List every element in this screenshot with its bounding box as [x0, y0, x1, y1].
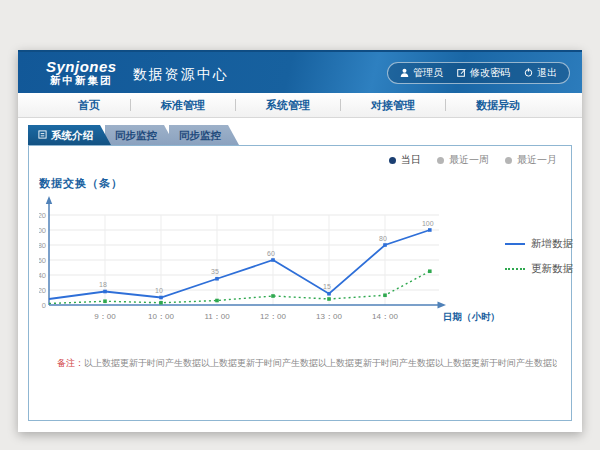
tab-sync-monitor-2[interactable]: 同步监控	[169, 125, 239, 145]
power-icon	[524, 68, 533, 77]
footnote: 备注：以上数据更新于时间产生数据以上数据更新于时间产生数据以上数据更新于时间产生…	[57, 357, 557, 370]
footnote-prefix: 备注：	[57, 358, 84, 368]
svg-text:10：00: 10：00	[148, 312, 174, 321]
logo-wordmark: Synjones	[46, 59, 117, 75]
range-option-label: 当日	[401, 153, 421, 167]
tab-system-intro[interactable]: 系统介绍	[28, 125, 111, 145]
tab-label: 系统介绍	[51, 125, 93, 145]
logo-chinese-name: 新中新集团	[46, 75, 117, 86]
legend-line-swatch-dotted	[505, 268, 525, 270]
range-option-label: 最近一月	[517, 153, 557, 167]
nav-item-interface-mgmt[interactable]: 对接管理	[341, 98, 445, 113]
svg-text:日期（小时）: 日期（小时）	[443, 311, 499, 323]
legend-item-new-data: 新增数据	[505, 237, 573, 251]
svg-text:80: 80	[39, 241, 46, 250]
svg-text:20: 20	[39, 286, 46, 295]
svg-text:14：00: 14：00	[372, 312, 398, 321]
svg-text:35: 35	[211, 268, 219, 275]
svg-text:12：00: 12：00	[260, 312, 286, 321]
change-password-label: 修改密码	[470, 66, 510, 80]
svg-text:9：00: 9：00	[94, 312, 116, 321]
tab-label: 同步监控	[179, 125, 221, 145]
svg-text:120: 120	[39, 211, 46, 220]
svg-text:40: 40	[39, 271, 46, 280]
svg-text:60: 60	[267, 250, 275, 257]
range-option-last-week[interactable]: 最近一周	[437, 153, 489, 167]
app-header: Synjones 新中新集团 数据资源中心 管理员 修改密码 退出	[18, 50, 582, 93]
svg-text:10: 10	[155, 287, 163, 294]
tab-bar: 系统介绍 同步监控 同步监控	[28, 125, 572, 145]
company-logo: Synjones 新中新集团	[46, 59, 117, 86]
svg-text:11：00: 11：00	[204, 312, 230, 321]
nav-item-system-mgmt[interactable]: 系统管理	[236, 98, 340, 113]
user-icon	[400, 68, 409, 77]
document-icon	[38, 125, 47, 145]
chart-y-axis-title: 数据交换（条）	[39, 176, 571, 191]
svg-text:60: 60	[39, 256, 46, 265]
legend-label: 更新数据	[531, 262, 573, 276]
change-password-button[interactable]: 修改密码	[457, 66, 510, 80]
range-option-last-month[interactable]: 最近一月	[505, 153, 557, 167]
chart-panel: 当日 最近一周 最近一月 数据交换（条） 0204060801001209：00…	[28, 145, 572, 421]
svg-text:18: 18	[99, 281, 107, 288]
footnote-text: 以上数据更新于时间产生数据以上数据更新于时间产生数据以上数据更新于时间产生数据以…	[84, 358, 557, 368]
tab-sync-monitor-1[interactable]: 同步监控	[105, 125, 175, 145]
nav-item-standard-mgmt[interactable]: 标准管理	[131, 98, 235, 113]
edit-icon	[457, 68, 466, 77]
svg-text:80: 80	[379, 235, 387, 242]
svg-text:100: 100	[39, 226, 46, 235]
legend-label: 新增数据	[531, 237, 573, 251]
logout-button[interactable]: 退出	[524, 66, 557, 80]
main-nav: 首页 标准管理 系统管理 对接管理 数据异动	[18, 93, 582, 118]
svg-text:0: 0	[42, 301, 46, 310]
radio-dot-icon	[505, 157, 512, 164]
legend-item-update-data: 更新数据	[505, 262, 573, 276]
nav-item-data-change[interactable]: 数据异动	[446, 98, 550, 113]
range-filter: 当日 最近一周 最近一月	[389, 153, 557, 167]
current-user-label: 管理员	[413, 66, 443, 80]
range-option-label: 最近一周	[449, 153, 489, 167]
logout-label: 退出	[537, 66, 557, 80]
nav-item-home[interactable]: 首页	[48, 98, 130, 113]
page-title: 数据资源中心	[133, 66, 229, 84]
svg-text:13：00: 13：00	[316, 312, 342, 321]
user-toolbar: 管理员 修改密码 退出	[387, 62, 570, 84]
svg-text:15: 15	[323, 283, 331, 290]
range-option-today[interactable]: 当日	[389, 153, 421, 167]
page-card: Synjones 新中新集团 数据资源中心 管理员 修改密码 退出	[18, 50, 582, 432]
current-user-button[interactable]: 管理员	[400, 66, 443, 80]
content-area: 系统介绍 同步监控 同步监控 当日 最近一周	[18, 118, 582, 421]
series-legend: 新增数据 更新数据	[499, 193, 573, 333]
legend-line-swatch-solid	[505, 243, 525, 245]
chart-row: 0204060801001209：0010：0011：0012：0013：001…	[39, 193, 571, 333]
line-chart: 0204060801001209：0010：0011：0012：0013：001…	[39, 193, 499, 333]
svg-text:100: 100	[422, 220, 434, 227]
radio-dot-icon	[437, 157, 444, 164]
tab-label: 同步监控	[115, 125, 157, 145]
radio-dot-icon	[389, 157, 396, 164]
